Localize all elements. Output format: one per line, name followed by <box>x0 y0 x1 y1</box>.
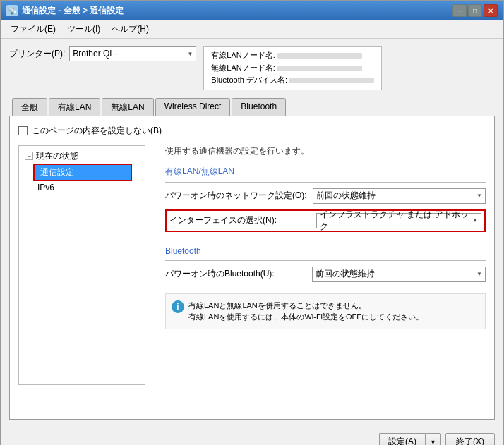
tree-item-current-state[interactable]: － 現在の状態 <box>19 149 145 164</box>
wireless-node-value <box>277 66 362 71</box>
network-setting-dropdown[interactable]: 前回の状態維持 ▼ <box>313 188 486 204</box>
disable-page-checkbox[interactable] <box>18 126 28 135</box>
close-window-button[interactable]: ✕ <box>484 4 498 17</box>
bluetooth-arrow: ▼ <box>476 271 482 277</box>
form-row-bluetooth: パワーオン時のBluetooth(U): 前回の状態維持 ▼ <box>165 267 486 282</box>
title-controls: ─ □ ✕ <box>452 4 498 17</box>
bluetooth-label: パワーオン時のBluetooth(U): <box>165 268 306 280</box>
bottom-bar: 設定(A) ▼ 終了(X) <box>1 427 503 445</box>
close-button[interactable]: 終了(X) <box>445 433 495 445</box>
printer-left: プリンター(P): Brother QL- ▼ <box>9 46 196 61</box>
info-line3: Bluetooth デバイス名: <box>211 74 374 87</box>
minimize-button[interactable]: ─ <box>452 4 467 17</box>
info-line1: 有線LANノード名: <box>211 49 374 62</box>
tree-panel: － 現在の状態 通信設定 <box>18 145 145 385</box>
menu-bar: ファイル(E) ツール(I) ヘルプ(H) <box>1 20 503 39</box>
tab-wired-lan[interactable]: 有線LAN <box>49 98 100 116</box>
bluetooth-value: 前回の状態維持 <box>316 268 375 280</box>
tab-row: 全般 有線LAN 無線LAN Wireless Direct Bluetooth <box>9 97 495 116</box>
tree-item-comm-highlight: 通信設定 <box>33 164 132 181</box>
interface-selection-highlight: インターフェイスの選択(N): インフラストラクチャ または アドホック ▼ <box>165 209 486 232</box>
network-setting-value: 前回の状態維持 <box>316 190 376 202</box>
tree-label-ipv6: IPv6 <box>37 183 54 193</box>
info-box: i 有線LANと無線LANを併用することはできません。有線LANを使用するには、… <box>165 293 486 329</box>
wired-node-value <box>277 53 362 59</box>
interface-arrow: ▼ <box>472 217 478 224</box>
tab-wireless-direct[interactable]: Wireless Direct <box>155 98 231 116</box>
printer-row: プリンター(P): Brother QL- ▼ 有線LANノード名: 無線LAN… <box>9 46 495 90</box>
settings-button[interactable]: 設定(A) <box>379 433 425 445</box>
section-divider-lan <box>165 182 486 183</box>
printer-info-box: 有線LANノード名: 無線LANノード名: Bluetooth デバイス名: <box>203 46 382 90</box>
printer-value: Brother QL- <box>73 49 117 59</box>
maximize-button[interactable]: □ <box>468 4 482 17</box>
bluetooth-dropdown[interactable]: 前回の状態維持 ▼ <box>312 267 486 282</box>
tree-label-current-state: 現在の状態 <box>36 150 78 162</box>
tab-wireless-lan[interactable]: 無線LAN <box>102 98 153 116</box>
printer-dropdown[interactable]: Brother QL- ▼ <box>69 46 196 61</box>
tabs-container: 全般 有線LAN 無線LAN Wireless Direct Bluetooth… <box>9 97 495 420</box>
tree-label-comm-settings: 通信設定 <box>40 166 74 178</box>
tree-expander-current[interactable]: － <box>25 152 33 160</box>
settings-btn-group: 設定(A) ▼ <box>379 433 441 445</box>
menu-help[interactable]: ヘルプ(H) <box>107 22 153 37</box>
form-row-interface: インターフェイスの選択(N): インフラストラクチャ または アドホック ▼ <box>169 213 481 228</box>
interface-value: インフラストラクチャ または アドホック <box>320 209 472 233</box>
tree-item-comm-settings[interactable]: 通信設定 <box>35 165 131 180</box>
printer-dropdown-arrow: ▼ <box>187 51 193 57</box>
tab-panel-general: このページの内容を設定しない(B) － 現在の状態 <box>9 116 495 420</box>
info-line2: 無線LANノード名: <box>211 62 374 75</box>
disable-page-label: このページの内容を設定しない(B) <box>32 125 162 137</box>
menu-tools[interactable]: ツール(I) <box>63 22 104 37</box>
right-panel: 使用する通信機器の設定を行います。 有線LAN/無線LAN パワーオン時のネット… <box>157 145 486 329</box>
interface-label: インターフェイスの選択(N): <box>169 214 311 226</box>
tree-item-ipv6[interactable]: IPv6 <box>19 181 145 194</box>
settings-dropdown-arrow[interactable]: ▼ <box>425 433 441 445</box>
tree-item-comm-settings-wrapper: 通信設定 <box>19 164 145 181</box>
app-icon: 📡 <box>6 5 18 16</box>
description-text: 使用する通信機器の設定を行います。 <box>165 145 486 157</box>
printer-label: プリンター(P): <box>9 48 65 60</box>
title-bar-left: 📡 通信設定 - 全般 > 通信設定 <box>6 5 124 17</box>
bluetooth-device-value <box>289 78 374 83</box>
info-text: 有線LANと無線LANを併用することはできません。有線LANを使用するには、本体… <box>188 300 424 323</box>
section-title-bt: Bluetooth <box>165 246 486 256</box>
network-setting-label: パワーオン時のネットワーク設定(O): <box>165 190 307 202</box>
tab-bluetooth[interactable]: Bluetooth <box>232 98 286 116</box>
checkbox-row: このページの内容を設定しない(B) <box>18 125 486 137</box>
content-area: プリンター(P): Brother QL- ▼ 有線LANノード名: 無線LAN… <box>1 39 503 427</box>
form-row-network-setting: パワーオン時のネットワーク設定(O): 前回の状態維持 ▼ <box>165 188 486 204</box>
info-icon: i <box>172 300 184 313</box>
title-bar: 📡 通信設定 - 全般 > 通信設定 ─ □ ✕ <box>1 1 503 20</box>
menu-file[interactable]: ファイル(E) <box>6 22 60 37</box>
main-window: 📡 通信設定 - 全般 > 通信設定 ─ □ ✕ ファイル(E) ツール(I) … <box>0 0 504 445</box>
interface-dropdown[interactable]: インフラストラクチャ または アドホック ▼ <box>316 213 481 228</box>
section-divider-bt <box>165 260 486 261</box>
network-setting-arrow: ▼ <box>476 193 482 199</box>
tab-general[interactable]: 全般 <box>12 98 47 116</box>
window-title: 通信設定 - 全般 > 通信設定 <box>22 5 124 17</box>
section-title-lan: 有線LAN/無線LAN <box>165 166 486 178</box>
main-layout: － 現在の状態 通信設定 <box>18 145 486 385</box>
